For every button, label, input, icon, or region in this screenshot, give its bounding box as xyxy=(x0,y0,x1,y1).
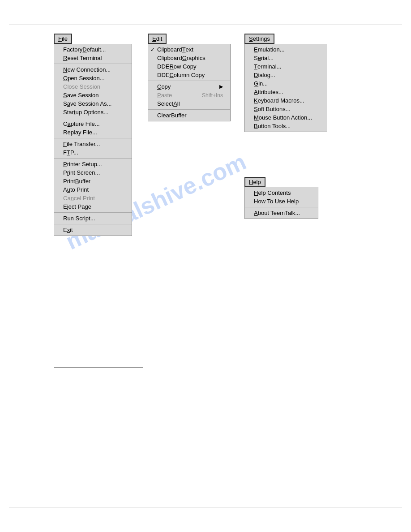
reset-terminal[interactable]: Reset Terminal xyxy=(54,54,132,62)
separator xyxy=(148,81,230,81)
separator xyxy=(54,64,132,64)
separator xyxy=(54,138,132,138)
serial[interactable]: Serial... xyxy=(245,54,327,62)
gin[interactable]: Gin... xyxy=(245,79,327,88)
separator xyxy=(245,207,318,207)
dde-row-copy[interactable]: DDE Row Copy xyxy=(148,62,230,71)
paste: PasteShift+Ins xyxy=(148,91,230,99)
separator xyxy=(148,109,230,110)
about-teemtalk[interactable]: About TeemTalk... xyxy=(245,209,318,217)
help-contents[interactable]: Help Contents xyxy=(245,189,318,197)
print-screen[interactable]: Print Screen... xyxy=(54,168,132,177)
settings-menu-header[interactable]: Settings xyxy=(244,34,274,44)
emulation[interactable]: Emulation... xyxy=(245,45,327,54)
separator xyxy=(54,224,132,224)
separator xyxy=(54,212,132,213)
edit-menu-header[interactable]: Edit xyxy=(148,34,167,44)
top-rule xyxy=(9,25,402,25)
file-transfer[interactable]: File Transfer... xyxy=(54,140,132,148)
save-session[interactable]: Save Session xyxy=(54,91,132,99)
open-session[interactable]: Open Session... xyxy=(54,74,132,82)
settings-menu-dropdown: Emulation... Serial... Terminal... Dialo… xyxy=(244,44,327,132)
button-tools[interactable]: Button Tools... xyxy=(245,122,327,130)
dde-column-copy[interactable]: DDE Column Copy xyxy=(148,71,230,79)
auto-print[interactable]: Auto Print xyxy=(54,185,132,194)
help-menu: Help Help Contents How To Use Help About… xyxy=(244,177,318,219)
capture-file[interactable]: Capture File... xyxy=(54,120,132,128)
printer-setup[interactable]: Printer Setup... xyxy=(54,160,132,168)
separator xyxy=(54,118,132,118)
file-menu-header[interactable]: File xyxy=(54,34,72,44)
soft-buttons[interactable]: Soft Buttons... xyxy=(245,105,327,113)
print-buffer[interactable]: Print Buffer xyxy=(54,177,132,185)
clear-buffer[interactable]: Clear Buffer xyxy=(148,111,230,120)
attributes[interactable]: Attributes... xyxy=(245,88,327,96)
replay-file[interactable]: Replay File... xyxy=(54,128,132,137)
close-session: Close Session xyxy=(54,82,132,91)
help-menu-dropdown: Help Contents How To Use Help About Teem… xyxy=(244,187,318,219)
startup-options[interactable]: Startup Options... xyxy=(54,108,132,116)
terminal[interactable]: Terminal... xyxy=(245,62,327,71)
new-connection[interactable]: New Connection... xyxy=(54,65,132,74)
clipboard-graphics[interactable]: Clipboard Graphics xyxy=(148,54,230,62)
copy[interactable]: Copy▶ xyxy=(148,82,230,91)
file-menu: File Factory Default... Reset Terminal N… xyxy=(54,34,132,236)
mouse-button-action[interactable]: Mouse Button Action... xyxy=(245,113,327,122)
separator xyxy=(54,158,132,159)
edit-menu: Edit Clipboard Text Clipboard Graphics D… xyxy=(148,34,231,121)
factory-default[interactable]: Factory Default... xyxy=(54,45,132,54)
edit-menu-dropdown: Clipboard Text Clipboard Graphics DDE Ro… xyxy=(148,44,231,121)
how-to-use-help[interactable]: How To Use Help xyxy=(245,197,318,206)
eject-page[interactable]: Eject Page xyxy=(54,202,132,211)
bottom-rule xyxy=(9,507,402,507)
mid-rule xyxy=(54,367,143,368)
run-script[interactable]: Run Script... xyxy=(54,214,132,223)
save-session-as[interactable]: Save Session As... xyxy=(54,99,132,108)
cancel-print: Cancel Print xyxy=(54,194,132,202)
select-all[interactable]: Select All xyxy=(148,99,230,108)
help-menu-header[interactable]: Help xyxy=(244,177,265,187)
exit[interactable]: Exit xyxy=(54,226,132,234)
ftp[interactable]: FTP... xyxy=(54,148,132,157)
settings-menu: Settings Emulation... Serial... Terminal… xyxy=(244,34,327,132)
keyboard-macros[interactable]: Keyboard Macros... xyxy=(245,96,327,105)
file-menu-dropdown: Factory Default... Reset Terminal New Co… xyxy=(54,44,132,236)
dialog[interactable]: Dialog... xyxy=(245,71,327,79)
clipboard-text[interactable]: Clipboard Text xyxy=(148,45,230,54)
